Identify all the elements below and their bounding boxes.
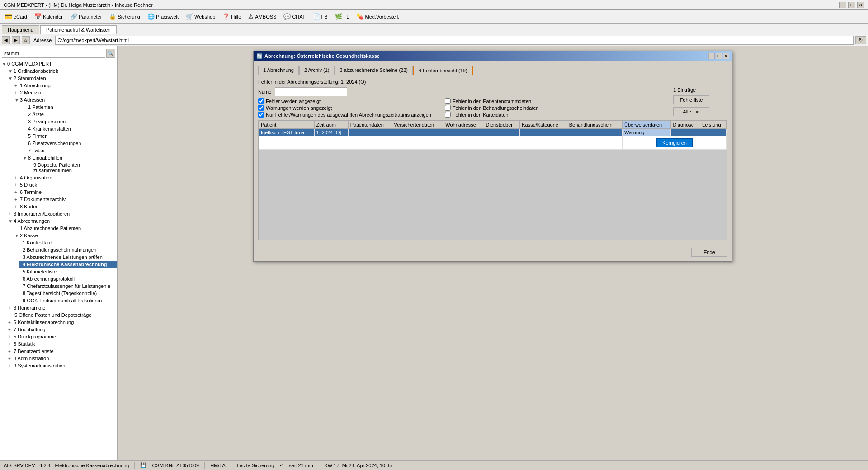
toolbar-fl[interactable]: 🌿 FL <box>332 12 353 21</box>
tree-item-9-systemadministration[interactable]: +9 Systemadministration <box>6 362 117 369</box>
toolbar-chat[interactable]: 💬 CHAT <box>280 12 308 21</box>
tree-item-chefartz[interactable]: 7 Chefarztzulassungen für Leistungen e <box>19 282 117 290</box>
tree-item-kontrolllauf[interactable]: 1 Kontrolllauf <box>19 239 117 246</box>
col-patient[interactable]: Patient <box>259 121 315 129</box>
tree-item-2-2[interactable]: +2 Medizin <box>13 89 117 96</box>
tree-item-5-druckprogramme[interactable]: +5 Druckprogramme <box>6 333 117 340</box>
tree-item-4-2[interactable]: ▼2 Kasse <box>13 232 117 239</box>
tree-item-3[interactable]: +3 Importieren/Exportieren <box>6 210 117 217</box>
col-wohnadresse[interactable]: Wohnadresse <box>443 121 484 129</box>
tree-item-8-administration[interactable]: +8 Administration <box>6 355 117 362</box>
tree-item-7-benutzerdienste[interactable]: +7 Benutzerdienste <box>6 348 117 355</box>
tree-item-labor[interactable]: 7 Labor <box>19 147 117 154</box>
search-input[interactable] <box>2 49 105 58</box>
col-versichertendaten[interactable]: Versichertendaten <box>392 121 443 129</box>
tree-item-abrechnungsprotokoll[interactable]: 6 Abrechnungsprotokoll <box>19 275 117 282</box>
tab-hauptmenu[interactable]: Hauptmenü <box>2 25 39 34</box>
toolbar-medvorbestell[interactable]: 💊 Med.Vorbestell. <box>353 12 402 21</box>
tree-item-aerzte[interactable]: 2 Ärzte <box>19 111 117 118</box>
search-button[interactable]: 🔍 <box>106 49 115 58</box>
col-dienstgeber[interactable]: Dienstgeber <box>484 121 520 129</box>
tree-item-4-1[interactable]: 1 Abzurechnende Patienten <box>13 225 117 232</box>
maximize-button[interactable]: □ <box>848 2 855 8</box>
col-behandlungsschein[interactable]: Behandlungsschein <box>567 121 622 129</box>
tree-item-firmen[interactable]: 5 Firmen <box>19 132 117 140</box>
tree-item-2-7[interactable]: +7 Dokumentenarchiv <box>13 196 117 203</box>
nav-back-button[interactable]: ◀ <box>2 36 10 44</box>
toolbar-kalender[interactable]: 📅 Kalender <box>31 12 66 21</box>
cb-warnungen-angezeigt-input[interactable] <box>258 105 264 111</box>
toolbar-parameter[interactable]: 🔗 Parameter <box>67 12 105 21</box>
tree-item-zusatzversicherungen[interactable]: 6 Zusatzversicherungen <box>19 140 117 147</box>
col-kasse-kategorie[interactable]: Kasse/Kategorie <box>520 121 567 129</box>
fehlerliste-button[interactable]: Fehlerliste <box>673 95 709 104</box>
toolbar-sicherung[interactable]: 🔒 Sicherung <box>106 12 143 21</box>
tab-fehleruebersicht[interactable]: 4 Fehlerübersicht (19) <box>413 66 473 75</box>
tree-item-2[interactable]: ▼2 Stammdaten <box>6 75 117 82</box>
tree-item-root[interactable]: ▼0 CGM MEDXPERT <box>0 60 117 67</box>
tree-item-doppelte-patienten[interactable]: 9 Doppelte Patienten zusammenführen <box>32 161 117 174</box>
name-input[interactable] <box>275 87 347 96</box>
korrigieren-button[interactable]: Korrigieren <box>656 138 693 147</box>
sidebar: 🔍 ▼0 CGM MEDXPERT ▼1 Ordinationsbetrieb … <box>0 46 118 470</box>
tree-item-oegk[interactable]: 9 ÖGK-Endsummenblatt kalkulieren <box>19 297 117 304</box>
cb-fehler-angezeigt-input[interactable] <box>258 98 264 104</box>
tree-item-eingabehilfen[interactable]: ▼8 Eingabehilfen <box>19 154 117 161</box>
col-leistung[interactable]: Leistung <box>700 121 727 129</box>
address-input[interactable] <box>55 36 854 45</box>
nav-refresh-button[interactable]: ↻ <box>855 36 866 44</box>
alle-ein-button[interactable]: Alle Ein <box>673 107 709 116</box>
cb-karteidaten-label: Fehler in den Karteidaten <box>453 112 509 118</box>
close-button[interactable]: ✕ <box>857 2 864 8</box>
tree-item-2-6[interactable]: +6 Termine <box>13 188 117 196</box>
tree-item-2-1[interactable]: +1 Abrechnung <box>13 82 117 89</box>
col-patientendaten[interactable]: Patientendaten <box>348 121 392 129</box>
cb-karteidaten-input[interactable] <box>445 112 451 118</box>
tree-item-6-statistik[interactable]: +6 Statistik <box>6 340 117 348</box>
toolbar-praxiswelt[interactable]: 🌐 Praxiswelt <box>144 12 182 21</box>
cb-behandlungsscheindaten-input[interactable] <box>445 105 451 111</box>
tree-item-patienten[interactable]: 1 Patienten <box>19 103 117 111</box>
toolbar-webshop[interactable]: 🛒 Webshop <box>183 12 218 21</box>
tree-item-2-5[interactable]: +5 Druck <box>13 181 117 188</box>
tree-item-elektronische-kassenabrechnung[interactable]: 4 Elektronische Kassenabrechnung <box>19 261 117 268</box>
tree-item-2-3[interactable]: ▼3 Adressen <box>13 96 117 103</box>
tree-item-4[interactable]: ▼4 Abrechnungen <box>6 217 117 225</box>
tree-item-3-honorarnote[interactable]: +3 Honorarnote <box>6 304 117 311</box>
tab-abzurechnende[interactable]: 3 abzurechnende Scheine (22) <box>335 66 413 75</box>
modal-maximize-button[interactable]: □ <box>716 53 722 59</box>
toolbar-amboss[interactable]: ⚠ AMBOSS <box>245 12 279 21</box>
col-zeitraum[interactable]: Zeitraum <box>314 121 348 129</box>
modal-minimize-button[interactable]: ─ <box>708 53 715 59</box>
tree-item-abzurechnende-leistungen[interactable]: 3 Abzurechnende Leistungen prüfen <box>19 254 117 261</box>
minimize-button[interactable]: ─ <box>839 2 846 8</box>
nav-forward-button[interactable]: ▶ <box>12 36 20 44</box>
toolbar-ecard[interactable]: 💳 eCard <box>2 12 30 21</box>
tree-item-2-8[interactable]: +8 Kartei <box>13 203 117 210</box>
cell-kasse-kategorie <box>520 129 567 136</box>
toolbar-fb[interactable]: 📄 FB <box>310 12 331 21</box>
tab-patientenaufruf[interactable]: Patientenaufruf & Wartelisten <box>40 25 117 34</box>
col-diagnose[interactable]: Diagnose <box>671 121 700 129</box>
tree-item-behandlungsscheinmahnungen[interactable]: 2 Behandlungsscheinmahnungen <box>19 246 117 254</box>
tab-archiv[interactable]: 2 Archiv (1) <box>299 66 335 75</box>
nav-home-button[interactable]: ⌂ <box>22 36 30 44</box>
tree-item-privatpersonen[interactable]: 3 Privatpersonen <box>19 118 117 125</box>
ende-button[interactable]: Ende <box>691 248 727 257</box>
tree-item-offene-posten[interactable]: 5 Offene Posten und Depotbeträge <box>13 311 117 319</box>
modal-close-button[interactable]: ✕ <box>723 53 729 59</box>
tree-item-buchhaltung[interactable]: +7 Buchhaltung <box>6 326 117 333</box>
cb-nur-fehler-zeitraum-input[interactable] <box>258 112 264 118</box>
table-row[interactable]: Igelfisch TEST Irma 1. 2024 (O) Warnung <box>259 129 727 136</box>
medvorbestell-icon: 💊 <box>356 13 363 20</box>
tree-item-kontaktlinsenabrechnung[interactable]: +6 Kontaktlinsenabrechnung <box>6 319 117 326</box>
tree-item-kilometerliste[interactable]: 5 Kilometerliste <box>19 268 117 275</box>
col-ueberweiserdaten[interactable]: Überweiserdaten <box>623 121 671 129</box>
tree-item-1[interactable]: ▼1 Ordinationsbetrieb <box>6 67 117 75</box>
tab-abrechnung[interactable]: 1 Abrechnung <box>258 66 299 75</box>
toolbar-hilfe[interactable]: ❓ Hilfe <box>219 12 244 21</box>
tree-item-2-4[interactable]: +4 Organisation <box>13 174 117 181</box>
tree-item-krankenanstalten[interactable]: 4 Krankenanstalten <box>19 125 117 132</box>
cb-patientenstammdaten-input[interactable] <box>445 98 451 104</box>
tree-item-tageskontrolle[interactable]: 8 Tagesübersicht (Tageskontrolle) <box>19 290 117 297</box>
